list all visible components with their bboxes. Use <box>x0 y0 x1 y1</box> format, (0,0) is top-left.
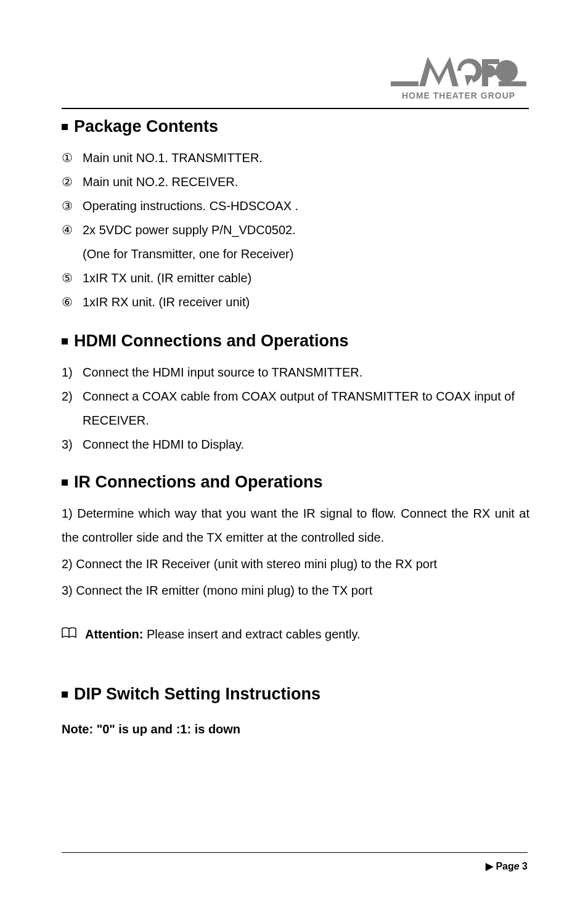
list-text: 2x 5VDC power supply P/N_VDC0502. <box>83 218 296 242</box>
list-text: Connect the HDMI to Display. <box>83 433 244 457</box>
list-text: Main unit NO.1. TRANSMITTER. <box>83 146 263 170</box>
list-text: 1xIR RX unit. (IR receiver unit) <box>83 290 250 314</box>
attention-label: Attention: <box>85 627 143 641</box>
dip-note: Note: "0" is up and :1: is down <box>62 722 529 736</box>
list-text: Operating instructions. CS-HDSCOAX . <box>83 194 298 218</box>
list-item: ③Operating instructions. CS-HDSCOAX . <box>62 194 529 218</box>
heading-package-contents: Package Contents <box>62 117 529 136</box>
list-text: Main unit NO.2. RECEIVER. <box>83 170 238 194</box>
ir-paragraph: 1) Determine which way that you want the… <box>62 502 529 550</box>
heading-dip-switch: DIP Switch Setting Instructions <box>62 685 529 704</box>
page-number: 3 <box>520 861 528 871</box>
list-item: ①Main unit NO.1. TRANSMITTER. <box>62 146 529 170</box>
content-area: Package Contents ①Main unit NO.1. TRANSM… <box>62 55 529 736</box>
heading-hdmi-connections: HDMI Connections and Operations <box>62 332 529 351</box>
page-container: HOME THEATER GROUP Package Contents ①Mai… <box>0 0 588 736</box>
heading-ir-connections: IR Connections and Operations <box>62 473 529 492</box>
hdmi-list: 1)Connect the HDMI input source to TRANS… <box>62 361 529 457</box>
arrow-right-icon: ▶ <box>486 861 493 871</box>
list-item: ⑤1xIR TX unit. (IR emitter cable) <box>62 266 529 290</box>
logo-block: HOME THEATER GROUP <box>391 55 526 100</box>
list-item: 3)Connect the HDMI to Display. <box>62 433 529 457</box>
list-item: ⑥1xIR RX unit. (IR receiver unit) <box>62 290 529 314</box>
book-icon <box>62 627 76 642</box>
heading-text: IR Connections and Operations <box>74 473 323 492</box>
list-marker: 2) <box>62 385 83 433</box>
list-marker: ③ <box>62 194 83 218</box>
square-bullet-icon <box>62 691 68 698</box>
page-label-italic: e <box>514 861 520 871</box>
ir-paragraph: 3) Connect the IR emitter (mono mini plu… <box>62 579 529 603</box>
square-bullet-icon <box>62 338 68 344</box>
footer-page-number: ▶Page 3 <box>62 860 528 872</box>
list-marker: ④ <box>62 218 83 242</box>
list-text: (One for Transmitter, one for Receiver) <box>83 242 293 266</box>
list-marker: ① <box>62 146 83 170</box>
list-item: 2)Connect a COAX cable from COAX output … <box>62 385 529 433</box>
list-item: ②Main unit NO.2. RECEIVER. <box>62 170 529 194</box>
page-label: Pag <box>496 861 513 871</box>
svg-rect-1 <box>499 81 526 86</box>
list-marker: 1) <box>62 361 83 385</box>
list-marker: ⑤ <box>62 266 83 290</box>
list-item: 1)Connect the HDMI input source to TRANS… <box>62 361 529 385</box>
list-marker: ② <box>62 170 83 194</box>
attention-body: Please insert and extract cables gently. <box>143 627 360 641</box>
list-marker: ⑥ <box>62 290 83 314</box>
footer-divider <box>62 852 528 853</box>
list-item: ④2x 5VDC power supply P/N_VDC0502. <box>62 218 529 242</box>
logo-mark <box>391 55 526 89</box>
svg-rect-0 <box>391 81 419 86</box>
list-marker: 3) <box>62 433 83 457</box>
logo-subtitle: HOME THEATER GROUP <box>391 91 526 100</box>
square-bullet-icon <box>62 479 68 486</box>
package-list: ①Main unit NO.1. TRANSMITTER. ②Main unit… <box>62 146 529 314</box>
ir-paragraph: 2) Connect the IR Receiver (unit with st… <box>62 552 529 576</box>
square-bullet-icon <box>62 124 68 130</box>
heading-text: HDMI Connections and Operations <box>74 332 349 351</box>
page-footer: ▶Page 3 <box>62 852 528 872</box>
heading-text: DIP Switch Setting Instructions <box>74 685 321 704</box>
header-divider <box>62 108 529 109</box>
list-text: Connect a COAX cable from COAX output of… <box>83 385 529 433</box>
list-marker <box>62 242 83 266</box>
attention-text: Attention: Please insert and extract cab… <box>85 627 360 642</box>
list-text: 1xIR TX unit. (IR emitter cable) <box>83 266 251 290</box>
list-item: (One for Transmitter, one for Receiver) <box>62 242 529 266</box>
heading-text: Package Contents <box>74 117 218 136</box>
list-text: Connect the HDMI input source to TRANSMI… <box>83 361 362 385</box>
attention-note: Attention: Please insert and extract cab… <box>62 627 529 642</box>
